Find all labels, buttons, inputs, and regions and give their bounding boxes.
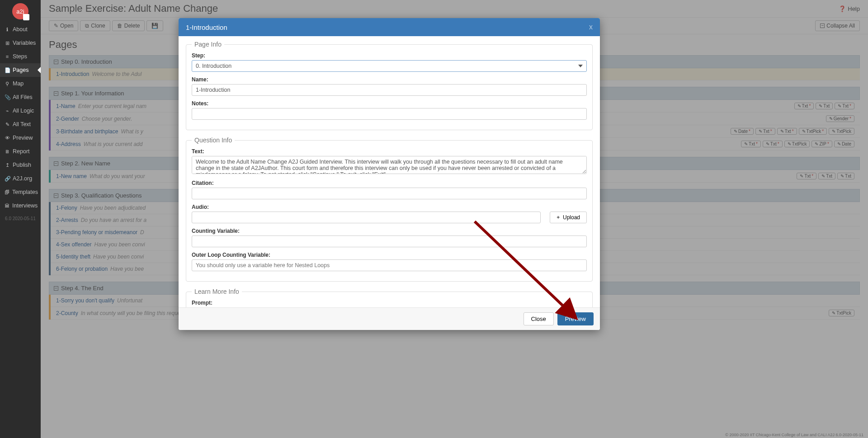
sidebar: a2j ℹAbout⊞Variables≡Steps📄Pages⚲Map📎All… [0, 0, 41, 438]
modal-title: 1-Introduction [186, 24, 227, 31]
page-info-fieldset: Page Info Step: 0. Introduction Name: No… [186, 41, 593, 130]
preview-button[interactable]: Preview [557, 312, 594, 325]
sidebar-item-steps[interactable]: ≡Steps [0, 50, 41, 63]
nav-icon: ⌁ [5, 108, 10, 114]
counting-field[interactable] [192, 235, 587, 247]
question-info-legend: Question Info [192, 137, 235, 144]
audio-field[interactable] [192, 212, 541, 223]
sidebar-item-variables[interactable]: ⊞Variables [0, 36, 41, 50]
nav-label: Interviews [12, 203, 38, 209]
upload-button[interactable]: + Upload [550, 212, 587, 223]
name-label: Name: [192, 76, 587, 83]
close-icon[interactable]: x [589, 23, 593, 31]
step-select[interactable]: 0. Introduction [192, 60, 587, 72]
nav-icon: ↥ [5, 162, 10, 168]
citation-label: Citation: [192, 180, 587, 186]
sidebar-item-interviews[interactable]: 🏛Interviews [0, 199, 41, 212]
logo-badge: a2j [12, 3, 28, 19]
nav-icon: 📄 [5, 67, 10, 73]
learn-more-legend: Learn More Info [192, 288, 242, 295]
version-label: 6.0 2020-05-11 [0, 212, 41, 225]
audio-label: Audio: [192, 204, 587, 210]
nav-label: All Files [13, 94, 33, 100]
nav-label: All Text [13, 121, 31, 127]
nav-icon: 🗎 [5, 149, 10, 154]
sidebar-item-about[interactable]: ℹAbout [0, 23, 41, 36]
sidebar-item-report[interactable]: 🗎Report [0, 145, 41, 158]
sidebar-item-all-files[interactable]: 📎All Files [0, 90, 41, 104]
nav-icon: ≡ [5, 54, 10, 59]
sidebar-item-map[interactable]: ⚲Map [0, 77, 41, 90]
nav-label: Steps [13, 53, 27, 60]
text-field[interactable]: Welcome to the Adult Name Change A2J Gui… [192, 156, 587, 174]
sidebar-item-all-logic[interactable]: ⌁All Logic [0, 104, 41, 118]
step-label: Step: [192, 52, 587, 59]
nav-icon: 🗐 [5, 189, 9, 195]
modal-header: 1-Introduction x [179, 18, 600, 36]
sidebar-item-templates[interactable]: 🗐Templates [0, 185, 41, 199]
nav-icon: 📎 [5, 94, 10, 100]
plus-icon: + [557, 214, 560, 221]
question-info-fieldset: Question Info Text: Welcome to the Adult… [186, 137, 593, 282]
outer-loop-label: Outer Loop Counting Variable: [192, 252, 587, 258]
modal-footer: Close Preview [179, 307, 600, 330]
citation-field[interactable] [192, 188, 587, 199]
sidebar-item-all-text[interactable]: ✎All Text [0, 118, 41, 131]
nav-icon: ✎ [5, 122, 10, 127]
nav-label: All Logic [13, 108, 34, 114]
prompt-label: Prompt: [192, 300, 587, 306]
nav-label: Variables [13, 40, 36, 46]
nav-icon: 🔗 [5, 176, 10, 182]
nav-label: Report [13, 148, 30, 155]
nav-label: A2J.org [13, 175, 32, 182]
name-field[interactable] [192, 84, 587, 96]
nav-label: About [13, 26, 28, 33]
page-info-legend: Page Info [192, 41, 224, 48]
notes-label: Notes: [192, 100, 587, 107]
sidebar-item-a2j-org[interactable]: 🔗A2J.org [0, 172, 41, 185]
notes-field[interactable] [192, 108, 587, 120]
close-button[interactable]: Close [524, 312, 554, 325]
sidebar-item-preview[interactable]: 👁Preview [0, 131, 41, 145]
sidebar-item-publish[interactable]: ↥Publish [0, 158, 41, 172]
nav-label: Pages [13, 67, 28, 73]
nav-icon: 🏛 [5, 203, 9, 208]
nav-label: Preview [13, 135, 33, 141]
text-label: Text: [192, 148, 587, 155]
nav-label: Publish [13, 162, 31, 168]
nav-icon: 👁 [5, 135, 10, 141]
nav-icon: ⚲ [5, 81, 10, 87]
outer-loop-field[interactable] [192, 259, 587, 271]
learn-more-fieldset: Learn More Info Prompt: Response: [186, 288, 593, 307]
logo: a2j [0, 0, 41, 23]
nav-icon: ℹ [5, 27, 10, 33]
page-edit-modal: 1-Introduction x Page Info Step: 0. Intr… [179, 18, 600, 330]
nav-label: Templates [12, 189, 38, 195]
sidebar-item-pages[interactable]: 📄Pages [0, 63, 41, 77]
counting-label: Counting Variable: [192, 228, 587, 234]
nav-label: Map [13, 80, 24, 87]
nav-icon: ⊞ [5, 40, 10, 46]
